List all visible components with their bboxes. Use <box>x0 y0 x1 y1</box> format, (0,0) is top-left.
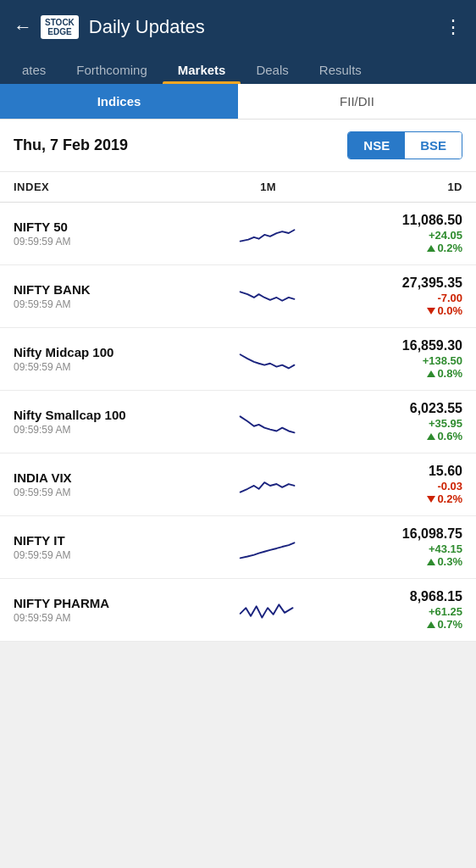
trend-up-icon <box>427 621 435 628</box>
sub-tab-indices[interactable]: Indices <box>0 84 238 119</box>
index-values: 6,023.55 +35.95 0.6% <box>333 401 462 442</box>
index-price: 6,023.55 <box>333 401 462 416</box>
sparkline-chart <box>235 342 302 376</box>
index-change: +24.05 <box>333 229 462 242</box>
table-row[interactable]: INDIA VIX 09:59:59 AM 15.60 -0.03 0.2% <box>0 453 476 516</box>
index-chart <box>203 217 333 251</box>
table-row[interactable]: NIFTY BANK 09:59:59 AM 27,395.35 -7.00 0… <box>0 265 476 328</box>
index-values: 8,968.15 +61.25 0.7% <box>333 589 462 631</box>
main-tab-bar: ates Forthcoming Markets Deals Results <box>0 54 476 84</box>
index-pct: 0.2% <box>333 492 462 505</box>
index-name: NIFTY 50 <box>14 220 203 234</box>
index-price: 27,395.35 <box>333 275 462 291</box>
index-time: 09:59:59 AM <box>14 549 203 561</box>
index-price: 11,086.50 <box>333 213 462 228</box>
index-chart <box>203 531 333 565</box>
table-header: INDEX 1M 1D <box>0 172 476 203</box>
table-row[interactable]: NIFTY IT 09:59:59 AM 16,098.75 +43.15 0.… <box>0 516 476 579</box>
index-info: NIFTY PHARMA 09:59:59 AM <box>14 596 203 624</box>
index-name: INDIA VIX <box>14 470 203 485</box>
tab-deals[interactable]: Deals <box>241 54 303 84</box>
index-change: +35.95 <box>333 417 462 430</box>
index-time: 09:59:59 AM <box>14 424 203 436</box>
index-chart <box>203 405 333 439</box>
tab-markets[interactable]: Markets <box>163 54 241 84</box>
trend-down-icon <box>427 308 435 314</box>
index-values: 16,098.75 +43.15 0.3% <box>333 526 462 568</box>
index-name: Nifty Midcap 100 <box>14 345 203 359</box>
nse-button[interactable]: NSE <box>348 132 405 159</box>
trend-up-icon <box>427 245 435 252</box>
index-change: -0.03 <box>333 480 462 492</box>
app-logo: STOCK EDGE <box>41 15 79 39</box>
page-title: Daily Updates <box>89 16 444 38</box>
index-time: 09:59:59 AM <box>14 298 203 310</box>
index-info: NIFTY 50 09:59:59 AM <box>14 220 203 248</box>
trend-up-icon <box>427 559 435 565</box>
index-name: Nifty Smallcap 100 <box>14 408 203 422</box>
index-price: 16,098.75 <box>333 526 462 542</box>
tab-forthcoming[interactable]: Forthcoming <box>61 54 162 84</box>
index-info: NIFTY IT 09:59:59 AM <box>14 533 203 561</box>
index-info: Nifty Smallcap 100 09:59:59 AM <box>14 408 203 436</box>
index-chart <box>203 468 333 502</box>
menu-icon[interactable]: ⋮ <box>444 16 462 38</box>
index-values: 15.60 -0.03 0.2% <box>333 464 462 505</box>
index-price: 8,968.15 <box>333 589 462 604</box>
trend-down-icon <box>427 496 435 503</box>
date-exchange-row: Thu, 7 Feb 2019 NSE BSE <box>0 120 476 172</box>
index-name: NIFTY BANK <box>14 282 203 297</box>
index-info: NIFTY BANK 09:59:59 AM <box>14 282 203 310</box>
index-values: 16,859.30 +138.50 0.8% <box>333 338 462 380</box>
back-button[interactable]: ← <box>14 16 32 38</box>
index-pct: 0.8% <box>333 367 462 380</box>
index-pct: 0.3% <box>333 555 462 568</box>
index-time: 09:59:59 AM <box>14 236 203 248</box>
index-pct: 0.0% <box>333 304 462 317</box>
sparkline-chart <box>235 280 302 314</box>
index-time: 09:59:59 AM <box>14 612 203 624</box>
sparkline-chart <box>235 531 302 565</box>
tab-results[interactable]: Results <box>304 54 377 84</box>
trend-up-icon <box>427 370 435 377</box>
table-row[interactable]: NIFTY 50 09:59:59 AM 11,086.50 +24.05 0.… <box>0 203 476 265</box>
index-info: Nifty Midcap 100 09:59:59 AM <box>14 345 203 373</box>
index-list: NIFTY 50 09:59:59 AM 11,086.50 +24.05 0.… <box>0 203 476 642</box>
sub-tab-fii-dii[interactable]: FII/DII <box>238 84 476 119</box>
tab-rates[interactable]: ates <box>7 54 61 84</box>
sub-tab-bar: Indices FII/DII <box>0 84 476 120</box>
index-name: NIFTY IT <box>14 533 203 548</box>
index-time: 09:59:59 AM <box>14 361 203 373</box>
sparkline-chart <box>235 593 302 627</box>
table-row[interactable]: NIFTY PHARMA 09:59:59 AM 8,968.15 +61.25… <box>0 579 476 642</box>
index-name: NIFTY PHARMA <box>14 596 203 610</box>
index-chart <box>203 342 333 376</box>
index-pct: 0.6% <box>333 430 462 442</box>
current-date: Thu, 7 Feb 2019 <box>14 136 347 154</box>
index-chart <box>203 280 333 314</box>
sparkline-chart <box>235 468 302 502</box>
index-values: 11,086.50 +24.05 0.2% <box>333 213 462 254</box>
col-header-1d: 1D <box>333 181 462 193</box>
index-change: -7.00 <box>333 292 462 304</box>
app-header: ← STOCK EDGE Daily Updates ⋮ <box>0 0 476 54</box>
index-price: 16,859.30 <box>333 338 462 353</box>
index-change: +43.15 <box>333 542 462 555</box>
trend-up-icon <box>427 433 435 440</box>
index-time: 09:59:59 AM <box>14 487 203 498</box>
index-change: +61.25 <box>333 605 462 618</box>
col-header-index: INDEX <box>14 181 203 193</box>
col-header-1m: 1M <box>203 181 333 193</box>
index-pct: 0.7% <box>333 618 462 631</box>
sparkline-chart <box>235 217 302 251</box>
index-values: 27,395.35 -7.00 0.0% <box>333 275 462 317</box>
bse-button[interactable]: BSE <box>405 132 462 159</box>
index-price: 15.60 <box>333 464 462 479</box>
table-row[interactable]: Nifty Midcap 100 09:59:59 AM 16,859.30 +… <box>0 328 476 391</box>
index-info: INDIA VIX 09:59:59 AM <box>14 470 203 498</box>
index-chart <box>203 593 333 627</box>
sparkline-chart <box>235 405 302 439</box>
index-pct: 0.2% <box>333 242 462 254</box>
table-row[interactable]: Nifty Smallcap 100 09:59:59 AM 6,023.55 … <box>0 391 476 453</box>
index-change: +138.50 <box>333 354 462 367</box>
